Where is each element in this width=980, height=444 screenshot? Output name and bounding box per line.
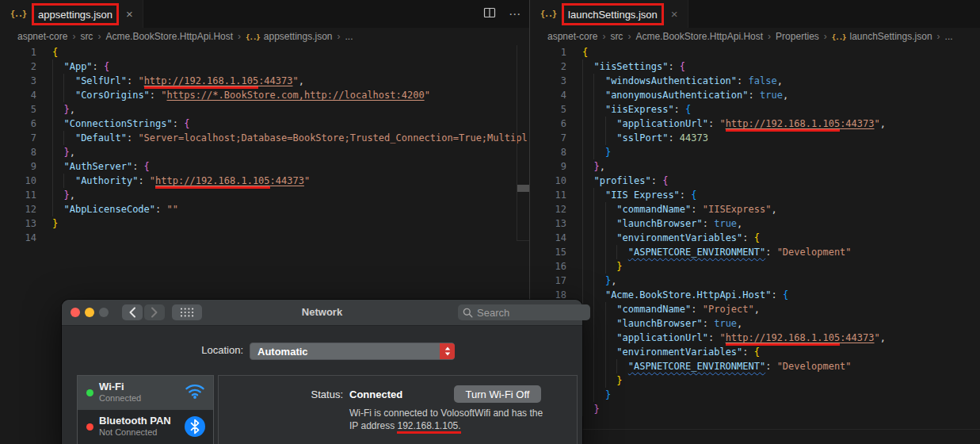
status-value: Connected	[349, 388, 402, 400]
indent-guide	[605, 345, 606, 359]
code-token: "IIS Express"	[605, 189, 680, 201]
window-titlebar[interactable]: Network Search	[62, 300, 582, 326]
code-line[interactable]: 19 "commandName": "Project",	[530, 302, 980, 316]
code-token	[582, 346, 616, 358]
code-line[interactable]: 20 "launchBrowser": true,	[530, 316, 980, 331]
code-line[interactable]: 12 "commandName": "IISExpress",	[530, 202, 980, 216]
breadcrumb-item[interactable]: aspnet-core	[17, 31, 67, 42]
code-line[interactable]: 7 "Default": "Server=localhost;Database=…	[0, 131, 529, 145]
code-line[interactable]: 11 "IIS Express": {	[530, 188, 980, 202]
line-number: 5	[0, 102, 36, 117]
code-line[interactable]: 8 }	[530, 145, 980, 159]
code-line[interactable]: 22 "environmentVariables": {	[530, 345, 980, 359]
indent-guide	[593, 188, 594, 202]
code-token	[52, 104, 63, 115]
code-line[interactable]: 23 "ASPNETCORE_ENVIRONMENT": "Developmen…	[530, 359, 980, 373]
indent-guide	[582, 245, 583, 259]
code-token	[52, 61, 63, 72]
indent-guide	[593, 302, 594, 316]
breadcrumb-item[interactable]: Properties	[776, 31, 819, 42]
breadcrumb-item[interactable]: src	[80, 31, 93, 42]
code-line[interactable]: 26 }	[530, 402, 980, 416]
line-number: 14	[0, 231, 36, 245]
indent-guide	[582, 288, 583, 302]
code-line[interactable]: 1{	[530, 45, 980, 59]
breadcrumb-separator: ›	[72, 31, 75, 42]
indent-guide	[582, 159, 583, 174]
code-line[interactable]: 6 "ConnectionStrings": {	[0, 117, 529, 131]
tab-launchsettings[interactable]: {..} launchSettings.json ×	[530, 0, 688, 28]
breadcrumb-separator: ›	[627, 31, 631, 42]
breadcrumb[interactable]: aspnet-core›src›Acme.BookStore.HttpApi.H…	[530, 28, 980, 45]
code-line[interactable]: 2 "iisSettings": {	[530, 59, 980, 74]
code-token: :	[691, 204, 702, 215]
code-line[interactable]: 14	[0, 231, 529, 245]
code-line[interactable]: 13 "launchBrowser": true,	[530, 216, 980, 231]
breadcrumb-item[interactable]: ...	[345, 31, 353, 42]
indent-guide	[52, 202, 53, 216]
code-line[interactable]: 3 "windowsAuthentication": false,	[530, 74, 980, 88]
breadcrumb-item[interactable]: {..}launchSettings.json	[832, 31, 932, 42]
close-tab-icon[interactable]: ×	[671, 8, 678, 20]
code-line[interactable]: 4 "anonymousAuthentication": true,	[530, 88, 980, 102]
code-line[interactable]: 25 }	[530, 388, 980, 402]
code-line[interactable]: 16 }	[530, 259, 980, 274]
code-token	[582, 175, 593, 186]
scrollbar-thumb[interactable]	[517, 185, 529, 192]
code-line[interactable]: 1{	[0, 45, 529, 59]
code-line[interactable]: 13}	[0, 216, 529, 231]
breadcrumb-item[interactable]: Acme.BookStore.HttpApi.Host	[105, 31, 233, 42]
code-line[interactable]: 6 "applicationUrl": "http://192.168.1.10…	[530, 117, 980, 131]
code-token: "App"	[63, 61, 92, 72]
code-token	[582, 161, 593, 172]
code-line[interactable]: 12 "AbpLicenseCode": ""	[0, 202, 529, 216]
code-line[interactable]: 8 },	[0, 145, 529, 159]
line-number: 4	[530, 88, 566, 102]
code-line[interactable]: 10 "profiles": {	[530, 174, 980, 188]
code-line[interactable]: 5 },	[0, 102, 529, 117]
code-line[interactable]: 14 "environmentVariables": {	[530, 231, 980, 245]
indent-guide	[593, 331, 594, 345]
code-token	[52, 118, 63, 129]
code-line[interactable]: 24 }	[530, 373, 980, 388]
code-line[interactable]: 17 },	[530, 274, 980, 288]
close-tab-icon[interactable]: ×	[126, 8, 133, 20]
indent-guide	[582, 202, 583, 216]
scrollbar[interactable]	[517, 45, 529, 241]
more-actions-icon[interactable]: ⋯	[509, 7, 521, 21]
code-line[interactable]: 10 "Authority": "http://192.168.1.105:44…	[0, 174, 529, 188]
code-line[interactable]: 3 "SelfUrl": "http://192.168.1.105:44373…	[0, 74, 529, 88]
breadcrumb-item[interactable]: src	[610, 31, 623, 42]
service-wi-fi[interactable]: Wi-FiConnected	[78, 376, 213, 410]
breadcrumb[interactable]: aspnet-core›src›Acme.BookStore.HttpApi.H…	[0, 28, 529, 45]
breadcrumb-item[interactable]: aspnet-core	[547, 31, 597, 42]
split-editor-icon[interactable]	[483, 6, 496, 22]
code-line[interactable]: 15 "ASPNETCORE_ENVIRONMENT": "Developmen…	[530, 245, 980, 259]
search-input[interactable]: Search	[458, 304, 590, 320]
code-line[interactable]: 18 "Acme.BookStore.HttpApi.Host": {	[530, 288, 980, 302]
tab-bar-left: {..} appsettings.json × ⋯	[0, 0, 529, 28]
breadcrumb-item[interactable]: {..}appsettings.json	[246, 31, 332, 42]
code-line[interactable]: 5 "iisExpress": {	[530, 102, 980, 117]
code-token: "AbpLicenseCode"	[63, 204, 155, 215]
code-line[interactable]: 11 },	[0, 188, 529, 202]
code-line[interactable]: 4 "CorsOrigins": "https://*.BookStore.co…	[0, 88, 529, 102]
code-token: "launchBrowser"	[616, 218, 702, 229]
code-token: ,	[611, 275, 616, 286]
code-line[interactable]: 7 "sslPort": 44373	[530, 131, 980, 145]
code-token: }	[63, 104, 69, 115]
turn-wifi-off-button[interactable]: Turn Wi-Fi Off	[454, 385, 541, 403]
tab-appsettings[interactable]: {..} appsettings.json ×	[0, 0, 143, 28]
location-dropdown[interactable]: Automatic	[250, 343, 455, 360]
code-line[interactable]: 21 "applicationUrl": "http://192.168.1.1…	[530, 331, 980, 345]
code-line[interactable]: 2 "App": {	[0, 59, 529, 74]
code-token: 44373	[680, 132, 708, 144]
code-line[interactable]: 9 "AuthServer": {	[0, 159, 529, 174]
code-line[interactable]: 9 },	[530, 159, 980, 174]
breadcrumb-item[interactable]: ...	[945, 31, 953, 42]
location-value: Automatic	[250, 346, 440, 358]
service-bluetooth-pan[interactable]: Bluetooth PANNot Connected	[78, 410, 213, 444]
breadcrumb-item[interactable]: Acme.BookStore.HttpApi.Host	[635, 31, 763, 42]
code-editor-launchsettings[interactable]: 1{2 "iisSettings": {3 "windowsAuthentica…	[530, 45, 980, 444]
code-token: :	[691, 304, 702, 315]
